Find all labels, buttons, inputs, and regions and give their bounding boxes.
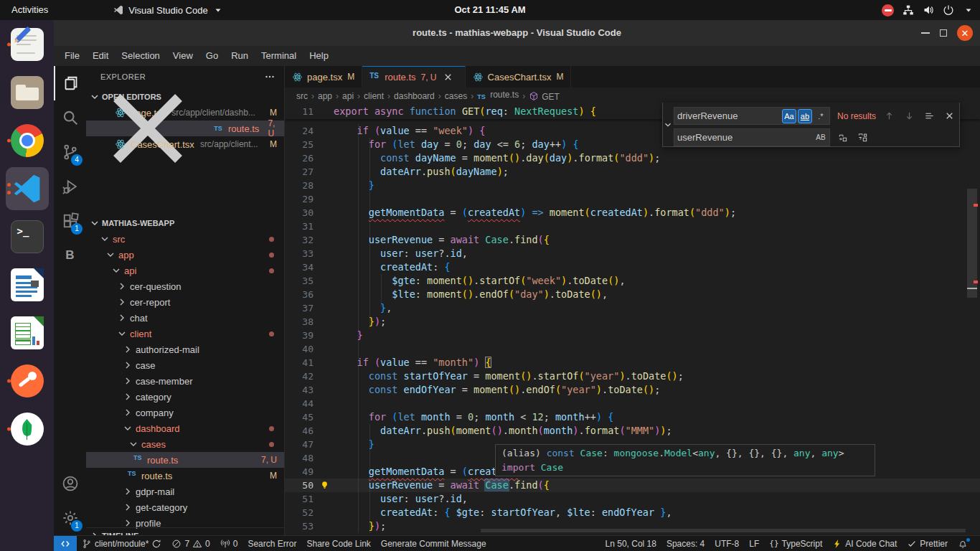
code-line-33[interactable]: 33 user: user?.id, — [285, 247, 980, 260]
clock[interactable]: Oct 21 11:45 AM — [454, 0, 525, 20]
code-line-28[interactable]: 28 } — [285, 179, 980, 192]
tree-item-cer-question[interactable]: cer-question — [86, 278, 284, 294]
status-remote[interactable] — [54, 536, 77, 551]
code-text[interactable]: $gte: moment().startOf("week").toDate(), — [334, 274, 626, 288]
line-number[interactable]: 26 — [285, 151, 314, 165]
code-line-38[interactable]: 38 }); — [285, 315, 980, 329]
tree-item-company[interactable]: company — [86, 405, 284, 420]
activitybar-b-extension[interactable]: B — [54, 238, 86, 273]
line-number[interactable]: 44 — [285, 397, 314, 410]
code-line-27[interactable]: 27 dateArr.push(dayName); — [285, 165, 980, 179]
line-number[interactable]: 34 — [285, 260, 314, 274]
status-ai-code-chat[interactable]: AI Code Chat — [827, 536, 902, 551]
line-number[interactable]: 33 — [285, 247, 314, 260]
breadcrumb-route.ts[interactable]: TSroute.ts — [477, 90, 519, 103]
tree-item-cer-report[interactable]: cer-report — [86, 294, 284, 310]
dock-mongodb-compass[interactable] — [6, 408, 49, 451]
app-menu[interactable]: Visual Studio Code — [113, 0, 223, 20]
code-text[interactable]: } — [334, 179, 374, 192]
tree-item-get-category[interactable]: get-category — [86, 499, 284, 515]
code-line-32[interactable]: 32 userRevenue = await Case.find({ — [285, 233, 980, 247]
match-case-toggle[interactable]: Aa — [782, 109, 796, 123]
line-number[interactable]: 40 — [285, 342, 314, 356]
tree-item-route.ts[interactable]: TSroute.tsM — [86, 468, 284, 484]
status-notifications[interactable] — [953, 536, 973, 551]
menu-view[interactable]: View — [166, 48, 199, 64]
code-text[interactable]: const endOfYear = moment().endOf("year")… — [334, 383, 660, 397]
status-cursor-position[interactable]: Ln 50, Col 18 — [600, 536, 661, 551]
dock-postman[interactable] — [6, 359, 49, 402]
code-text[interactable]: for (let month = 0; month < 12; month++)… — [334, 410, 613, 424]
line-number[interactable]: 52 — [285, 506, 314, 519]
code-line-31[interactable]: 31 — [285, 220, 980, 233]
line-number[interactable]: 31 — [285, 220, 314, 233]
tree-item-src[interactable]: src — [86, 231, 284, 247]
code-text[interactable]: dateArr.push(dayName); — [334, 165, 509, 179]
timeline-section[interactable]: TIMELINE — [86, 527, 284, 535]
tree-item-chat[interactable]: chat — [86, 310, 284, 326]
activitybar-explorer[interactable] — [54, 66, 86, 100]
tab-CasesChart.tsx[interactable]: CasesChart.tsxM — [466, 66, 572, 88]
menu-help[interactable]: Help — [303, 48, 335, 64]
code-text[interactable]: userRevenue = await Case.find({ — [334, 479, 550, 492]
code-text[interactable]: dateArr.push(moment().month(month).forma… — [334, 424, 672, 438]
code-text[interactable]: if (value == "month") { — [334, 356, 491, 369]
code-text[interactable]: user: user?.id, — [334, 247, 468, 260]
code-text[interactable]: createdAt: { — [334, 260, 451, 274]
code-line-52[interactable]: 52 createdAt: { $gte: startOfYear, $lte:… — [285, 506, 980, 519]
next-match-button[interactable] — [902, 109, 916, 123]
toggle-replace-button[interactable] — [663, 103, 674, 146]
dock-libreoffice-writer[interactable] — [6, 263, 49, 306]
code-line-45[interactable]: 45 for (let month = 0; month < 12; month… — [285, 410, 980, 424]
activitybar-search[interactable] — [54, 100, 86, 135]
dock-text-editor[interactable] — [6, 23, 49, 66]
code-line-46[interactable]: 46 dateArr.push(moment().month(month).fo… — [285, 424, 980, 438]
status-eol[interactable]: LF — [744, 536, 764, 551]
line-number[interactable]: 28 — [285, 179, 314, 192]
menu-terminal[interactable]: Terminal — [255, 48, 303, 64]
activitybar-accounts[interactable] — [54, 466, 86, 501]
line-number[interactable]: 32 — [285, 233, 314, 247]
code-text[interactable]: for (let day = 0; day <= 6; day++) { — [334, 138, 579, 151]
line-number[interactable]: 47 — [285, 438, 314, 451]
find-in-selection-button[interactable] — [922, 109, 936, 123]
tree-item-route.ts[interactable]: TSroute.ts7, U — [86, 452, 284, 468]
code-line-44[interactable]: 44 — [285, 397, 980, 410]
line-number[interactable]: 36 — [285, 288, 314, 301]
horizontal-scrollbar[interactable] — [481, 529, 966, 532]
status-generate-commit-message[interactable]: Generate Commit Message — [376, 536, 491, 551]
whole-word-toggle[interactable]: ab — [798, 109, 812, 123]
line-number[interactable]: 25 — [285, 138, 314, 151]
breadcrumb-symbol-GET[interactable]: GET — [529, 91, 560, 102]
dock-files[interactable] — [6, 71, 49, 114]
open-editor-CasesChart.tsx[interactable]: CasesChart.tsxsrc/app/client...M — [86, 136, 284, 152]
code-text[interactable]: const startOfYear = moment().startOf("ye… — [334, 369, 684, 383]
status-branch[interactable]: client/module* — [77, 536, 166, 551]
code-line-41[interactable]: 41 if (value == "month") { — [285, 356, 980, 369]
activitybar-run-debug[interactable] — [54, 169, 86, 204]
status-prettier[interactable]: Prettier — [902, 536, 953, 551]
tab-page.tsx[interactable]: page.tsxM — [285, 66, 362, 88]
status-problems[interactable]: 70 — [166, 536, 215, 551]
line-number[interactable]: 46 — [285, 424, 314, 438]
line-number[interactable]: 30 — [285, 206, 314, 220]
line-number[interactable]: 29 — [285, 192, 314, 206]
code-text[interactable]: }); — [334, 519, 386, 533]
regex-toggle[interactable]: .* — [814, 109, 828, 123]
close-icon[interactable] — [443, 72, 453, 83]
code-text[interactable]: getMomentData = (createdAt) => moment(cr… — [334, 206, 736, 220]
close-button[interactable]: ✕ — [957, 25, 973, 41]
tree-item-category[interactable]: category — [86, 389, 284, 405]
tree-item-api[interactable]: api — [86, 263, 284, 278]
line-number[interactable]: 45 — [285, 410, 314, 424]
line-number[interactable]: 43 — [285, 383, 314, 397]
code-text[interactable]: if (value == "week") { — [334, 124, 485, 138]
tab-route.ts[interactable]: TSroute.ts7, U — [362, 66, 465, 88]
tree-item-dashboard[interactable]: dashboard — [86, 420, 284, 436]
code-text[interactable]: }, — [334, 301, 392, 315]
status-indentation[interactable]: Spaces: 4 — [661, 536, 710, 551]
breadcrumb-src[interactable]: src — [296, 91, 308, 101]
replace-all-button[interactable] — [856, 131, 870, 145]
tree-item-case[interactable]: case — [86, 357, 284, 373]
line-number[interactable]: 42 — [285, 369, 314, 383]
